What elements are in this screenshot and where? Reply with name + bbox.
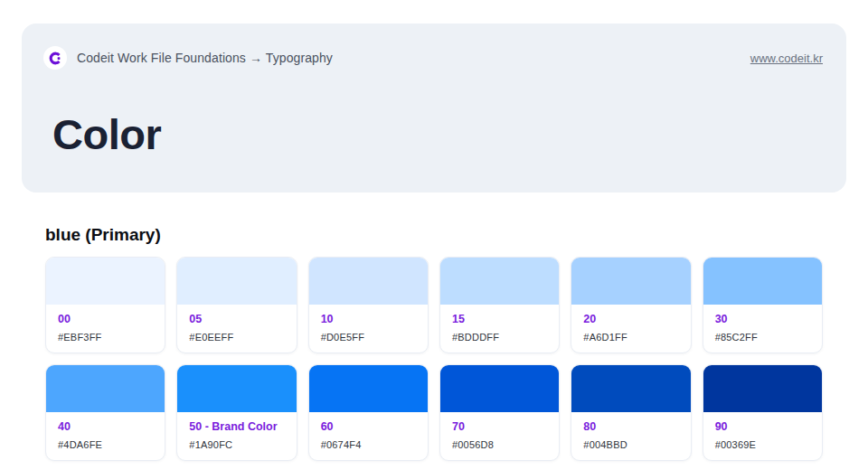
color-hex: #A6D1FF <box>583 332 678 343</box>
codeit-c-icon <box>49 52 62 65</box>
breadcrumb: Codeit Work File Foundations → Typograph… <box>77 51 333 65</box>
color-hex: #85C2FF <box>715 332 810 343</box>
color-card-30: 30 #85C2FF <box>703 257 823 353</box>
card-info: 10 #D0E5FF <box>309 305 428 352</box>
color-swatch <box>177 258 296 305</box>
color-hex: #BDDDFF <box>452 332 547 343</box>
color-card-70: 70 #0056D8 <box>439 364 560 461</box>
color-swatch <box>440 365 559 412</box>
card-info: 15 #BDDDFF <box>440 305 559 352</box>
color-hex: #E0EEFF <box>189 332 284 343</box>
page-title: Color <box>52 113 823 155</box>
color-card-20: 20 #A6D1FF <box>571 257 691 353</box>
color-swatch <box>46 365 165 412</box>
color-swatch <box>703 365 822 412</box>
card-info: 40 #4DA6FE <box>46 412 165 460</box>
card-info: 90 #00369E <box>703 412 822 460</box>
color-label: 05 <box>189 313 284 325</box>
color-label: 90 <box>715 420 810 433</box>
color-hex: #1A90FC <box>189 439 284 450</box>
color-card-90: 90 #00369E <box>703 364 823 461</box>
color-label: 15 <box>452 313 547 325</box>
palette-section-title: blue (Primary) <box>45 224 823 245</box>
color-card-40: 40 #4DA6FE <box>45 364 165 461</box>
color-hex: #0056D8 <box>452 439 547 450</box>
color-card-60: 60 #0674F4 <box>308 364 429 461</box>
color-hex: #EBF3FF <box>58 332 153 343</box>
color-swatch <box>571 365 690 412</box>
card-info: 00 #EBF3FF <box>46 305 165 352</box>
color-card-10: 10 #D0E5FF <box>308 257 429 353</box>
color-swatch <box>46 258 165 305</box>
color-label: 20 <box>583 313 678 325</box>
color-label: 70 <box>452 420 547 433</box>
color-swatch <box>309 258 428 305</box>
card-info: 30 #85C2FF <box>703 305 822 352</box>
color-card-05: 05 #E0EEFF <box>176 257 297 353</box>
color-swatch <box>309 365 428 412</box>
header-left-group: Codeit Work File Foundations → Typograph… <box>43 46 333 70</box>
color-swatch <box>571 258 690 305</box>
color-card-15: 15 #BDDDFF <box>439 257 560 353</box>
color-swatch <box>440 258 559 305</box>
color-swatch <box>177 365 296 412</box>
color-swatch <box>703 258 822 305</box>
color-hex: #004BBD <box>583 439 678 450</box>
card-info: 70 #0056D8 <box>440 412 559 460</box>
card-info: 60 #0674F4 <box>309 412 428 460</box>
card-info: 05 #E0EEFF <box>177 305 296 352</box>
color-card-80: 80 #004BBD <box>571 364 691 461</box>
card-info: 50 - Brand Color #1A90FC <box>177 412 296 460</box>
color-hex: #00369E <box>715 439 810 450</box>
site-link[interactable]: www.codeit.kr <box>750 52 823 65</box>
card-info: 80 #004BBD <box>571 412 690 460</box>
color-hex: #D0E5FF <box>321 332 416 343</box>
codeit-logo <box>43 46 67 70</box>
color-hex: #0674F4 <box>321 439 416 450</box>
color-label: 40 <box>58 420 153 433</box>
color-card-00: 00 #EBF3FF <box>45 257 165 353</box>
color-label: 60 <box>321 420 416 433</box>
color-grid: 00 #EBF3FF 05 #E0EEFF 10 #D0E5FF 15 #BDD… <box>45 257 823 461</box>
color-label: 30 <box>715 313 810 325</box>
hero-section: Codeit Work File Foundations → Typograph… <box>22 24 846 193</box>
color-card-50-brand: 50 - Brand Color #1A90FC <box>176 364 297 461</box>
color-label: 50 - Brand Color <box>189 420 284 433</box>
header-bar: Codeit Work File Foundations → Typograph… <box>43 46 823 70</box>
card-info: 20 #A6D1FF <box>571 305 690 352</box>
color-label: 80 <box>583 420 678 433</box>
color-label: 10 <box>321 313 416 325</box>
color-hex: #4DA6FE <box>58 439 153 450</box>
color-label: 00 <box>58 313 153 325</box>
